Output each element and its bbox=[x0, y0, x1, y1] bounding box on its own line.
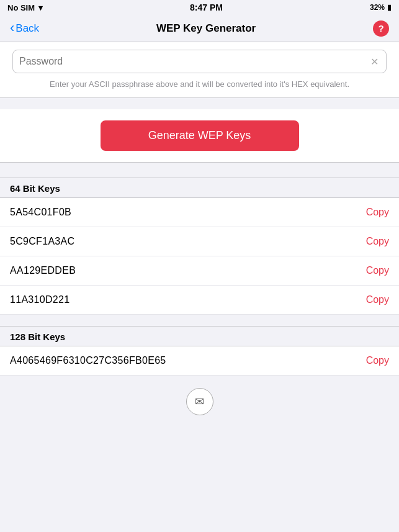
status-carrier: No SIM ▾ bbox=[7, 3, 43, 12]
email-section: ✉ bbox=[0, 376, 399, 428]
password-input[interactable] bbox=[19, 56, 369, 67]
carrier-label: No SIM bbox=[7, 3, 35, 12]
section-64bit-header: 64 Bit Keys bbox=[0, 178, 399, 198]
section-64bit: 64 Bit Keys 5A54C01F0B Copy 5C9CF1A3AC C… bbox=[0, 178, 399, 315]
clear-input-button[interactable]: ✕ bbox=[369, 55, 380, 69]
table-row: 5A54C01F0B Copy bbox=[0, 198, 399, 227]
wifi-icon: ▾ bbox=[38, 3, 43, 12]
table-row: 11A310D221 Copy bbox=[0, 286, 399, 315]
status-bar: No SIM ▾ 8:47 PM 32% ▮ bbox=[0, 0, 399, 15]
battery-percent: 32% bbox=[370, 3, 385, 12]
spacer-2 bbox=[0, 163, 399, 178]
input-section: ✕ Enter your ASCII passphrase above and … bbox=[0, 42, 399, 98]
key-value-4: 11A310D221 bbox=[10, 294, 69, 305]
generate-button[interactable]: Generate WEP Keys bbox=[101, 120, 299, 151]
password-input-wrapper: ✕ bbox=[12, 50, 387, 73]
input-hint: Enter your ASCII passphrase above and it… bbox=[12, 79, 387, 89]
bottom-fill bbox=[0, 428, 399, 532]
table-row: AA129EDDEB Copy bbox=[0, 256, 399, 286]
status-battery: 32% ▮ bbox=[370, 3, 392, 12]
back-label: Back bbox=[16, 22, 39, 35]
copy-button-3[interactable]: Copy bbox=[366, 265, 389, 276]
email-button[interactable]: ✉ bbox=[186, 388, 213, 415]
keys-128bit-list: A4065469F6310C27C356FB0E65 Copy bbox=[0, 346, 399, 376]
nav-bar: ‹ Back WEP Key Generator ? bbox=[0, 15, 399, 42]
key-value-128-1: A4065469F6310C27C356FB0E65 bbox=[10, 355, 166, 366]
copy-button-4[interactable]: Copy bbox=[366, 294, 389, 305]
copy-button-128-1[interactable]: Copy bbox=[366, 355, 389, 366]
email-icon: ✉ bbox=[195, 395, 204, 408]
table-row: A4065469F6310C27C356FB0E65 Copy bbox=[0, 346, 399, 376]
key-value-1: 5A54C01F0B bbox=[10, 207, 71, 218]
spacer-1 bbox=[0, 98, 399, 109]
generate-section: Generate WEP Keys bbox=[0, 109, 399, 163]
keys-64bit-list: 5A54C01F0B Copy 5C9CF1A3AC Copy AA129EDD… bbox=[0, 198, 399, 315]
help-label: ? bbox=[378, 23, 383, 34]
chevron-left-icon: ‹ bbox=[10, 21, 14, 35]
section-128bit-header: 128 Bit Keys bbox=[0, 326, 399, 346]
back-button[interactable]: ‹ Back bbox=[10, 22, 39, 35]
battery-icon: ▮ bbox=[387, 3, 392, 12]
copy-button-2[interactable]: Copy bbox=[366, 236, 389, 247]
table-row: 5C9CF1A3AC Copy bbox=[0, 227, 399, 256]
help-button[interactable]: ? bbox=[373, 20, 389, 37]
status-time: 8:47 PM bbox=[190, 2, 223, 12]
copy-button-1[interactable]: Copy bbox=[366, 207, 389, 218]
key-value-3: AA129EDDEB bbox=[10, 265, 76, 276]
section-128bit: 128 Bit Keys A4065469F6310C27C356FB0E65 … bbox=[0, 326, 399, 376]
key-value-2: 5C9CF1A3AC bbox=[10, 236, 74, 247]
page-title: WEP Key Generator bbox=[156, 22, 256, 35]
